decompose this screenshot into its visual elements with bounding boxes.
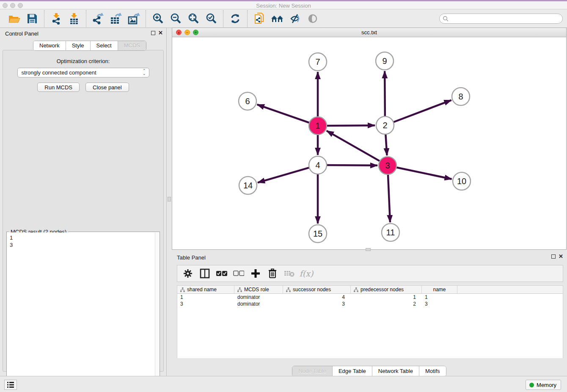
cytopanel-selector-button[interactable]	[4, 380, 17, 390]
show-columns-button[interactable]	[198, 267, 211, 280]
edge-2-3[interactable]	[385, 133, 387, 155]
node-7[interactable]: 7	[309, 53, 327, 71]
panel-splitter-grip[interactable]	[168, 197, 171, 202]
search-container	[439, 14, 563, 24]
table-panel: Table Panel ✕	[172, 251, 567, 376]
export-network-button[interactable]	[89, 11, 107, 26]
deselect-all-columns-button[interactable]	[232, 267, 245, 280]
table-cell-name[interactable]: 1	[422, 294, 457, 301]
eye-button[interactable]	[304, 11, 322, 26]
memory-button[interactable]: Memory	[526, 380, 561, 390]
export-table-button[interactable]	[107, 11, 125, 26]
unchecked-boxes-icon	[233, 271, 244, 276]
create-column-button[interactable]	[249, 267, 262, 280]
edge-3-11[interactable]	[388, 174, 390, 222]
table-cell-shared-name[interactable]: 3	[177, 301, 234, 307]
network-zoom-button[interactable]: +	[193, 30, 198, 35]
node-6[interactable]: 6	[239, 92, 256, 110]
edge-3-1[interactable]	[327, 131, 381, 162]
table-cell-predecessor-nodes[interactable]: 1	[351, 294, 422, 301]
zoom-selected-button[interactable]	[202, 11, 220, 26]
edge-2-9[interactable]	[385, 71, 385, 117]
tab-style[interactable]: Style	[66, 41, 91, 50]
node-10[interactable]: 10	[453, 172, 471, 190]
homes-button[interactable]	[268, 11, 286, 26]
select-all-columns-button[interactable]	[215, 267, 228, 280]
tab-network-table[interactable]: Network Table	[372, 366, 419, 376]
function-builder-button[interactable]: f(x)	[300, 267, 313, 280]
column-header-MCDS-role[interactable]: MCDS role	[234, 286, 283, 293]
node-15[interactable]: 15	[309, 225, 327, 243]
tab-edge-table[interactable]: Edge Table	[333, 366, 372, 376]
column-hierarchy-icon	[237, 287, 242, 292]
column-header-shared-name[interactable]: shared name	[177, 286, 234, 293]
edge-1-2[interactable]	[326, 125, 375, 126]
close-panel-button[interactable]: Close panel	[85, 83, 129, 92]
node-11[interactable]: 11	[382, 224, 399, 241]
table-panel-close-button[interactable]: ✕	[559, 254, 563, 259]
table-cell-successor-nodes[interactable]: 3	[283, 301, 351, 307]
network-graph[interactable]: 7968124314101511	[172, 37, 566, 249]
table-panel-float-button[interactable]	[551, 254, 556, 259]
tab-node-table[interactable]: Node Table	[292, 366, 333, 376]
edge-1-6[interactable]	[257, 105, 310, 123]
zoom-in-button[interactable]	[149, 11, 167, 26]
result-scrollbar[interactable]	[155, 232, 159, 389]
network-minimize-button[interactable]: −	[184, 30, 190, 35]
node-2[interactable]: 2	[376, 116, 394, 134]
import-network-icon	[51, 13, 62, 25]
refresh-button[interactable]	[226, 11, 244, 26]
control-panel-float-button[interactable]	[151, 31, 155, 35]
table-row[interactable]: 1dominator411	[177, 294, 563, 301]
clone-network-button[interactable]	[250, 11, 268, 26]
tab-network[interactable]: Network	[33, 41, 66, 50]
table-cell-predecessor-nodes[interactable]: 2	[351, 301, 422, 307]
node-14[interactable]: 14	[239, 177, 257, 194]
edge-3-10[interactable]	[396, 167, 452, 179]
table-row[interactable]: 3dominator323	[177, 301, 563, 307]
edge-4-14[interactable]	[258, 167, 310, 182]
column-header-predecessor-nodes[interactable]: predecessor nodes	[351, 286, 422, 293]
column-header-successor-nodes[interactable]: successor nodes	[283, 286, 351, 293]
tab-mcds[interactable]: MCDS	[118, 41, 146, 50]
delete-table-button[interactable]	[283, 267, 296, 280]
import-network-button[interactable]	[47, 11, 65, 26]
network-canvas[interactable]: 7968124314101511	[172, 37, 566, 249]
run-mcds-button[interactable]: Run MCDS	[37, 83, 80, 92]
edge-2-8[interactable]	[393, 100, 451, 123]
column-hierarchy-icon	[286, 287, 291, 292]
control-panel-close-button[interactable]: ✕	[158, 31, 163, 35]
tab-motifs[interactable]: Motifs	[419, 366, 446, 376]
node-8[interactable]: 8	[452, 88, 470, 105]
table-cell-shared-name[interactable]: 1	[177, 294, 234, 301]
network-close-button[interactable]: x	[176, 30, 182, 35]
zoom-out-button[interactable]	[167, 11, 184, 26]
column-header-name[interactable]: name	[422, 286, 457, 293]
canvas-splitter-grip[interactable]	[366, 248, 371, 251]
table-cell-MCDS-role[interactable]: dominator	[234, 294, 283, 301]
mcds-result-text[interactable]: 13	[7, 232, 155, 389]
table-cell-name[interactable]: 3	[422, 301, 457, 307]
save-session-button[interactable]	[23, 11, 41, 26]
table-settings-button[interactable]	[182, 267, 194, 280]
node-3[interactable]: 3	[379, 157, 396, 174]
search-input[interactable]	[439, 14, 563, 24]
table-cell-successor-nodes[interactable]: 4	[283, 294, 351, 301]
open-session-button[interactable]	[6, 11, 23, 26]
table-cell-MCDS-role[interactable]: dominator	[234, 301, 283, 307]
hide-graphics-details-button[interactable]	[286, 11, 304, 26]
node-4[interactable]: 4	[309, 156, 327, 174]
node-9[interactable]: 9	[376, 52, 394, 70]
node-1[interactable]: 1	[309, 117, 327, 135]
delete-column-button[interactable]	[266, 267, 279, 280]
node-label-7: 7	[315, 57, 320, 66]
table-toolbar: f(x)	[177, 265, 563, 282]
optimization-criterion-label: Optimization criterion:	[3, 58, 163, 64]
export-image-button[interactable]	[125, 11, 143, 26]
criterion-select[interactable]: strongly connected component ⌃⌄	[17, 68, 149, 77]
zoom-fit-button[interactable]	[184, 11, 202, 26]
tab-select[interactable]: Select	[91, 41, 118, 50]
import-table-button[interactable]	[65, 11, 83, 26]
edge-4-3[interactable]	[326, 165, 377, 166]
network-window-titlebar[interactable]: x − + scc.txt	[172, 28, 566, 37]
